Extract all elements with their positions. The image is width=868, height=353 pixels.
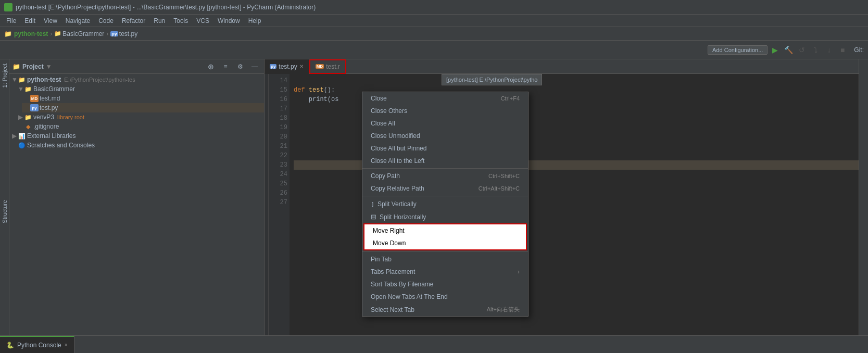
project-title[interactable]: Project [22,63,44,70]
tab-test-py[interactable]: py test.py ✕ [265,59,309,74]
menu-view[interactable]: View [40,16,61,26]
tree-item-test-py[interactable]: py test.py [22,103,264,112]
project-header: 📁 Project ▼ ⊕ ≡ ⚙ — [9,59,264,74]
tree-item-test-md[interactable]: MD test.md [22,94,264,103]
split-horiz-icon: ⊟ [371,213,376,221]
ctx-open-new-tabs-label: Open New Tabs At The End [371,293,448,300]
menu-vcs[interactable]: VCS [192,16,213,26]
menu-window[interactable]: Window [213,16,244,26]
chevron-right-icon2: ▶ [11,132,17,140]
ctx-close-shortcut: Ctrl+F4 [501,95,520,102]
ctx-select-next-tab-shortcut: Alt+向右箭头 [487,306,520,313]
menu-refactor[interactable]: Refactor [118,16,149,26]
ctx-open-new-tabs[interactable]: Open New Tabs At The End [362,291,528,303]
library-label: library root [57,114,84,120]
tab-bar: py test.py ✕ MD test.r [python-test] E:\… [265,59,859,74]
project-minimize-icon[interactable]: — [248,60,261,73]
ctx-pin-tab[interactable]: Pin Tab [362,253,528,266]
bottom-bar: 🐍 Python Console × [0,335,868,353]
py-icon-tab1: py [270,64,276,69]
tree-item-venvp3[interactable]: ▶ 📁 venvP3 library root [16,112,264,122]
ctx-move-down[interactable]: Move Down [364,237,526,249]
title-bar: python-test [E:\PythonProject\python-tes… [0,0,868,15]
ctx-close-all-label: Close All [371,120,395,127]
ctx-move-down-label: Move Down [373,239,406,247]
ctx-sort-tabs[interactable]: Sort Tabs By Filename [362,278,528,291]
ctx-copy-rel-path-label: Copy Relative Path [371,185,424,192]
ctx-select-next-tab-label: Select Next Tab [371,306,414,313]
console-close-button[interactable]: × [65,342,68,348]
ctx-close-all-pinned[interactable]: Close All but Pinned [362,142,528,155]
stop-icon: ■ [836,44,849,56]
ctx-close-all[interactable]: Close All [362,117,528,130]
line-numbers: 14 15 16 17 18 19 20 21 22 23 24 25 26 2… [269,74,290,335]
project-side-label[interactable]: 1: Project [1,61,9,90]
ctx-tabs-placement[interactable]: Tabs Placement › [362,266,528,278]
ctx-copy-rel-path[interactable]: Copy Relative Path Ctrl+Alt+Shift+C [362,182,528,195]
main-area: 1: Project 📁 Project ▼ ⊕ ≡ ⚙ — ▼ 📁 pytho… [0,59,868,335]
ctx-close-all-left[interactable]: Close All to the Left [362,155,528,167]
ctx-close-all-pinned-label: Close All but Pinned [371,145,426,152]
folder-icon: 📁 [4,30,12,37]
md-icon-tab2: MD [316,64,324,69]
structure-label[interactable]: Structure [2,200,8,223]
ctx-close-all-left-label: Close All to the Left [371,157,424,165]
ctx-close-others[interactable]: Close Others [362,105,528,117]
ctx-close[interactable]: Close Ctrl+F4 [362,92,528,105]
menu-code[interactable]: Code [94,16,118,26]
menu-help[interactable]: Help [244,16,266,26]
menu-edit[interactable]: Edit [20,16,40,26]
code-editor[interactable]: 14 15 16 17 18 19 20 21 22 23 24 25 26 2… [265,74,859,335]
python-console-tab[interactable]: 🐍 Python Console × [0,336,74,353]
ctx-select-next-tab[interactable]: Select Next Tab Alt+向右箭头 [362,303,528,316]
ctx-split-vert[interactable]: ⫿ Split Vertically [362,197,528,210]
ctx-close-unmodified[interactable]: Close Unmodified [362,130,528,142]
ctx-move-right[interactable]: Move Right [364,224,526,237]
chevron-down-icon2: ▼ [18,85,23,93]
menu-file[interactable]: File [2,16,20,26]
breadcrumb-project[interactable]: python-test [14,30,48,37]
tree-label-path-python-test: E:\PythonProject\python-tes [64,77,135,83]
line-num-22: 22 [273,151,287,160]
project-tree: ▼ 📁 python-test E:\PythonProject\python-… [9,74,264,335]
py-icon-tree: py [30,104,39,111]
ctx-split-vert-inner: ⫿ Split Vertically [371,200,417,208]
project-settings-icon[interactable]: ⚙ [234,60,246,73]
chevron-right-ctx-icon: › [518,268,520,275]
ctx-copy-path[interactable]: Copy Path Ctrl+Shift+C [362,170,528,182]
tree-item-basicgrammer[interactable]: ▼ 📁 BasicGrammer [16,84,264,94]
project-folder-icon: 📁 [12,63,20,70]
add-configuration-button[interactable]: Add Configuration... [708,45,768,55]
menu-run[interactable]: Run [149,16,169,26]
git-label: Git: [854,46,864,54]
build-icon: 🔨 [782,44,795,56]
tree-item-gitignore[interactable]: ◆ .gitignore [16,122,264,131]
line-num-19: 19 [273,123,287,132]
project-dropdown-icon[interactable]: ▼ [46,63,52,70]
menu-navigate[interactable]: Navigate [61,16,94,26]
line-num-24: 24 [273,170,287,179]
step-over-icon: ⤵ [809,44,822,56]
line-num-14: 14 [273,76,287,85]
run-icon[interactable]: ▶ [769,44,781,56]
scratches-icon: 🔵 [18,142,26,149]
tree-label-basicgrammer: BasicGrammer [33,85,75,93]
breadcrumb: 📁 python-test › 📁 BasicGrammer › py test… [4,30,864,37]
ctx-split-horiz-label: Split Horizontally [380,213,426,221]
line-num-21: 21 [273,142,287,151]
step-into-icon: ↓ [823,44,835,56]
tab-close-test-py[interactable]: ✕ [299,64,304,69]
menu-tools[interactable]: Tools [169,16,192,26]
tree-item-scratches[interactable]: 🔵 Scratches and Consoles [9,141,264,150]
tab-test-md[interactable]: MD test.r [309,59,346,74]
tree-item-ext-libs[interactable]: ▶ 📊 External Libraries [9,131,264,141]
ctx-close-label: Close [371,95,387,102]
project-filter-icon[interactable]: ≡ [219,60,232,73]
python-console-icon: 🐍 [6,342,14,349]
tree-item-python-test[interactable]: ▼ 📁 python-test E:\PythonProject\python-… [9,75,264,84]
breadcrumb-sep1: › [50,30,52,37]
ctx-split-horiz[interactable]: ⊟ Split Horizontally [362,210,528,223]
project-sync-icon[interactable]: ⊕ [205,60,217,73]
code-line-14 [294,76,859,85]
editor-gutter [265,74,269,335]
